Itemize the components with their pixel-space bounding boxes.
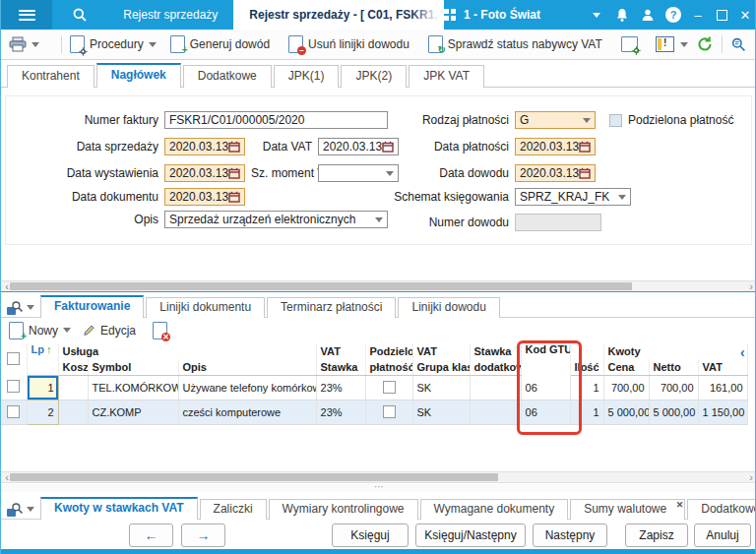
- numer-faktury-input[interactable]: FSKR1/C01/000005/2020: [164, 111, 388, 129]
- nastepny-button[interactable]: Następny: [533, 523, 607, 547]
- vat-cell[interactable]: 1 150,00: [698, 400, 747, 425]
- notifications-button[interactable]: [609, 8, 635, 23]
- main-menu-button[interactable]: [1, 0, 52, 30]
- document-tab-rejestr-sprzedazy[interactable]: Rejestr sprzedaży: [107, 0, 233, 30]
- help-button[interactable]: ?: [661, 7, 686, 23]
- column-header-vat-stawka-top[interactable]: VAT: [316, 343, 365, 359]
- global-search-button[interactable]: [52, 0, 107, 30]
- podzielona-platnosc-checkbox[interactable]: [609, 114, 622, 127]
- opis-cell[interactable]: Używane telefony komórkowe: [178, 376, 316, 400]
- zapisz-button[interactable]: Zapisz: [625, 523, 688, 547]
- column-group-usluga[interactable]: Usługa: [58, 343, 316, 359]
- tab-close-icon[interactable]: ✕: [676, 496, 684, 515]
- tab-naglowek[interactable]: Nagłówek: [96, 63, 181, 88]
- tab-kontrahent[interactable]: Kontrahent: [7, 65, 94, 88]
- ilosc-cell[interactable]: 1: [570, 400, 603, 425]
- data-platnosci-input[interactable]: 2020.03.13: [515, 138, 596, 155]
- tab-dodatkowe[interactable]: Dodatkowe: [183, 65, 272, 88]
- stawka-dodatkowa-cell[interactable]: [470, 400, 521, 425]
- delete-row-button[interactable]: ✕: [153, 322, 167, 339]
- grupa-cell[interactable]: SK: [412, 376, 470, 400]
- data-sprzedazy-input[interactable]: 2020.03.13: [164, 138, 245, 155]
- koszty-cell[interactable]: [58, 400, 88, 425]
- column-header-koszty[interactable]: Koszty: [58, 359, 88, 376]
- netto-cell[interactable]: 5 000,00: [649, 400, 698, 425]
- table-row[interactable]: 2 CZ.KOMP cześci komputerowe 23% SK 06 1…: [1, 400, 747, 425]
- calendar-icon[interactable]: [579, 141, 591, 153]
- settings-gear-button[interactable]: [621, 36, 638, 52]
- kod-gtu-cell[interactable]: 06: [521, 400, 570, 425]
- nowy-button[interactable]: + Nowy: [9, 322, 71, 339]
- view-organizer-button[interactable]: [1, 502, 40, 519]
- table-row[interactable]: 1 TEL.KOMÓRKOWE Używane telefony komórko…: [1, 376, 747, 400]
- stawka-cell[interactable]: 23%: [316, 400, 365, 425]
- column-header-vat-kwota[interactable]: VAT: [698, 359, 747, 376]
- column-header-platnosc[interactable]: płatność: [365, 359, 412, 376]
- symbol-cell[interactable]: CZ.KOMP: [88, 400, 178, 425]
- print-button[interactable]: [9, 36, 39, 52]
- schemat-ksiegowania-select[interactable]: SPRZ_KRAJ_FK: [515, 188, 631, 206]
- alert-settings-icon[interactable]: !: [656, 36, 674, 52]
- grupa-cell[interactable]: SK: [412, 400, 470, 425]
- opis-select[interactable]: Sprzedaż urządzeń elektronicznych: [164, 211, 388, 228]
- koszty-cell[interactable]: [58, 376, 88, 400]
- user-button[interactable]: [635, 8, 661, 22]
- data-dowodu-input[interactable]: 2020.03.13: [515, 164, 596, 182]
- column-header-ilosc[interactable]: Ilość: [570, 359, 603, 376]
- tab-wymiary-kontrolingowe[interactable]: Wymiary kontrolingowe: [269, 499, 418, 520]
- tab-linijki-dowodu[interactable]: Linijki dowodu: [398, 297, 499, 318]
- column-header-stawka[interactable]: Stawka: [316, 359, 365, 376]
- ksieguj-nastepny-button[interactable]: Księguj/Następny: [415, 523, 526, 547]
- scrollbar-thumb[interactable]: [10, 282, 632, 290]
- column-header-opis[interactable]: Opis: [178, 359, 316, 376]
- column-header-podzielona-top[interactable]: Podzielona: [365, 343, 412, 359]
- podzielona-checkbox[interactable]: [383, 381, 396, 394]
- company-selector[interactable]: 1 - Foto Świat: [444, 8, 540, 22]
- opis-cell[interactable]: cześci komputerowe: [178, 400, 316, 425]
- refresh-button[interactable]: [696, 35, 714, 53]
- column-header-stawka-dodatkowa-top[interactable]: Stawka: [470, 343, 521, 359]
- view-organizer-button[interactable]: [1, 300, 40, 317]
- calendar-icon[interactable]: [579, 167, 591, 179]
- calendar-icon[interactable]: [228, 191, 240, 203]
- cena-cell[interactable]: 700,00: [603, 376, 649, 400]
- tab-jpk1[interactable]: JPK(1): [274, 65, 340, 88]
- sprawdz-status-button[interactable]: ↻ Sprawdź status nabywcy VAT: [428, 35, 607, 53]
- company-dropdown-button[interactable]: [584, 13, 609, 18]
- stawka-dodatkowa-cell[interactable]: [470, 376, 521, 400]
- tab-sumy-walutowe[interactable]: Sumy walutowe ✕: [570, 499, 685, 520]
- generuj-dowod-button[interactable]: + Generuj dowód: [170, 35, 275, 53]
- netto-cell[interactable]: 700,00: [649, 376, 698, 400]
- rodzaj-platnosci-select[interactable]: G: [515, 111, 596, 129]
- column-header-netto[interactable]: Netto: [649, 359, 698, 376]
- tab-jpk-vat[interactable]: JPK VAT: [409, 65, 484, 88]
- column-header-symbol[interactable]: Symbol: [88, 359, 178, 376]
- filter-search-button[interactable]: [730, 36, 747, 53]
- ilosc-cell[interactable]: 1: [570, 376, 603, 400]
- column-header-vat-grupa-top[interactable]: VAT: [412, 343, 470, 359]
- tab-kwoty-w-stawkach-vat[interactable]: Kwoty w stawkach VAT: [40, 497, 198, 520]
- tab-wymagane-dokumenty[interactable]: Wymagane dokumenty: [420, 499, 569, 520]
- procedury-button[interactable]: Procedury: [70, 35, 157, 53]
- calendar-icon[interactable]: [228, 167, 240, 179]
- lp-cell[interactable]: 1: [27, 376, 58, 400]
- tab-dodatkowe-dane-jpk[interactable]: Dodatkowe dane dla JPK: [687, 499, 756, 520]
- data-wystawienia-input[interactable]: 2020.03.13: [164, 164, 245, 182]
- anuluj-button[interactable]: Anuluj: [694, 523, 751, 547]
- ksieguj-button[interactable]: Księguj: [332, 523, 409, 547]
- next-record-button[interactable]: →: [181, 523, 225, 547]
- tab-zaliczki[interactable]: Zaliczki: [200, 499, 267, 520]
- column-group-kwoty[interactable]: Kwoty: [603, 343, 747, 359]
- tab-linijki-dokumentu[interactable]: Linijki dokumentu: [146, 297, 265, 318]
- symbol-cell[interactable]: TEL.KOMÓRKOWE: [88, 376, 178, 400]
- cena-cell[interactable]: 5 000,00: [603, 400, 649, 425]
- calendar-icon[interactable]: [228, 141, 240, 153]
- tab-jpk2[interactable]: JPK(2): [341, 65, 407, 88]
- scrollbar-thumb[interactable]: [10, 473, 498, 481]
- close-button[interactable]: ✕: [733, 0, 756, 30]
- data-dokumentu-input[interactable]: 2020.03.13: [164, 188, 245, 206]
- tab-fakturowanie[interactable]: Fakturowanie: [40, 295, 144, 318]
- column-header-dodatkowa[interactable]: dodatkowa: [470, 359, 521, 376]
- maximize-button[interactable]: [710, 0, 733, 30]
- column-header-lp[interactable]: Lp↑: [27, 343, 58, 376]
